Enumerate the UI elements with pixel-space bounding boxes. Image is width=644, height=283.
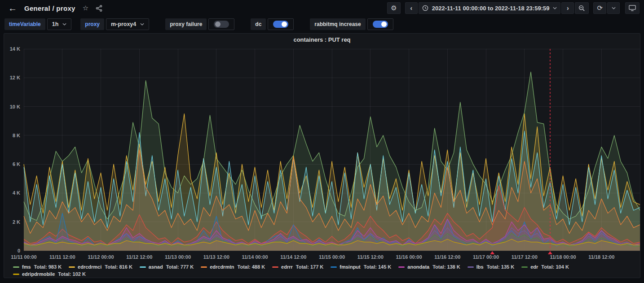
svg-text:11/17 00:00: 11/17 00:00 <box>473 254 499 260</box>
panel-title[interactable]: containers : PUT req <box>4 36 640 43</box>
svg-text:11/13 12:00: 11/13 12:00 <box>203 254 229 260</box>
legend-swatch-icon <box>468 266 474 268</box>
chart-legend: fmsTotal: 983 KedrcdrmciTotal: 816 Kasna… <box>4 263 640 278</box>
legend-item-fmsinput[interactable]: fmsinputTotal: 145 K <box>331 264 391 270</box>
chevron-down-icon <box>140 23 144 26</box>
legend-series-name: edrcdrmci <box>78 264 101 270</box>
legend-series-name: lbs <box>476 264 484 270</box>
chevron-down-icon <box>553 7 557 9</box>
grafana-dashboard: ← General / proxy ☆ ⚙ ‹ 2022-11-11 00:00… <box>0 0 644 283</box>
legend-swatch-icon <box>331 266 337 268</box>
timevariable-value: 1h <box>52 21 59 27</box>
legend-series-name: edrcdrmtn <box>210 264 234 270</box>
legend-series-total: Total: 816 K <box>105 264 132 270</box>
dashboard-settings-button[interactable]: ⚙ <box>387 2 400 14</box>
legend-series-name: anondata <box>407 264 429 270</box>
legend-swatch-icon <box>521 266 528 268</box>
legend-series-name: fmsinput <box>340 264 360 270</box>
legend-item-edrrr[interactable]: edrrrTotal: 177 K <box>272 264 323 270</box>
legend-series-name: edr <box>530 264 538 270</box>
time-shift-forward-button[interactable]: › <box>561 2 574 14</box>
legend-series-name: edrrr <box>281 264 293 270</box>
svg-text:11/14 00:00: 11/14 00:00 <box>242 254 268 260</box>
back-arrow-icon[interactable]: ← <box>8 3 17 13</box>
legend-swatch-icon <box>13 274 19 275</box>
time-shift-back-button[interactable]: ‹ <box>405 2 418 14</box>
variable-label-proxy: proxy <box>80 18 104 30</box>
legend-swatch-icon <box>398 266 405 268</box>
svg-text:6 K: 6 K <box>13 161 20 167</box>
legend-series-total: Total: 488 K <box>238 264 265 270</box>
refresh-interval-dropdown[interactable] <box>607 2 620 14</box>
svg-text:14 K: 14 K <box>10 46 20 52</box>
star-icon[interactable]: ☆ <box>83 4 88 12</box>
svg-text:11/12 00:00: 11/12 00:00 <box>88 254 114 260</box>
legend-item-anondata[interactable]: anondataTotal: 138 K <box>398 264 460 270</box>
legend-item-edrcdrmci[interactable]: edrcdrmciTotal: 816 K <box>69 264 132 270</box>
variable-label-rabbitmq-increase: rabbitmq increase <box>310 18 365 30</box>
proxy-failure-toggle[interactable] <box>208 18 234 30</box>
proxy-failure-switch <box>214 21 229 28</box>
legend-series-total: Total: 177 K <box>296 264 324 270</box>
timevariable-select[interactable]: 1h <box>47 18 72 30</box>
legend-item-asnad[interactable]: asnadTotal: 777 K <box>140 264 194 270</box>
svg-text:11/18 12:00: 11/18 12:00 <box>588 254 614 260</box>
proxy-value: m-proxy4 <box>111 21 136 27</box>
svg-text:12 K: 12 K <box>10 75 20 80</box>
timeseries-panel: containers : PUT req 02 K4 K6 K8 K10 K12… <box>4 33 640 278</box>
time-range-text: 2022-11-11 00:00:00 to 2022-11-18 23:59:… <box>432 5 550 12</box>
svg-text:11/13 00:00: 11/13 00:00 <box>165 254 191 260</box>
legend-series-name: edripdrmobile <box>22 271 55 278</box>
zoom-out-button[interactable] <box>575 2 589 14</box>
kiosk-mode-button[interactable] <box>625 2 640 14</box>
top-navbar: ← General / proxy ☆ ⚙ ‹ 2022-11-11 00:00… <box>0 0 644 16</box>
svg-text:0: 0 <box>18 248 20 253</box>
legend-item-fms[interactable]: fmsTotal: 983 K <box>13 264 62 270</box>
svg-text:11/11 00:00: 11/11 00:00 <box>11 254 37 260</box>
svg-text:2 K: 2 K <box>13 219 20 225</box>
svg-text:11/17 12:00: 11/17 12:00 <box>512 254 538 260</box>
legend-swatch-icon <box>140 266 146 268</box>
dc-switch <box>273 21 288 28</box>
dashboard-breadcrumb[interactable]: General / proxy <box>24 4 75 12</box>
share-icon[interactable] <box>96 5 102 12</box>
legend-item-edripdrmobile[interactable]: edripdrmobileTotal: 102 K <box>13 271 86 278</box>
svg-text:11/11 12:00: 11/11 12:00 <box>49 254 75 260</box>
refresh-button[interactable]: ⟳ <box>593 2 606 14</box>
legend-series-total: Total: 102 K <box>58 271 86 278</box>
legend-series-total: Total: 983 K <box>34 264 62 270</box>
legend-swatch-icon <box>69 266 75 268</box>
legend-series-name: fms <box>22 264 31 270</box>
svg-text:11/15 00:00: 11/15 00:00 <box>319 254 345 260</box>
variables-row: timeVariable 1h proxy m-proxy4 proxy fai… <box>0 16 644 32</box>
svg-text:4 K: 4 K <box>13 190 20 196</box>
legend-series-total: Total: 777 K <box>166 264 194 270</box>
variable-label-timevariable: timeVariable <box>4 18 45 30</box>
legend-swatch-icon <box>13 266 19 268</box>
chevron-down-icon <box>612 7 616 9</box>
legend-swatch-icon <box>201 266 207 268</box>
svg-text:10 K: 10 K <box>10 104 20 109</box>
svg-text:11/16 12:00: 11/16 12:00 <box>434 254 460 260</box>
svg-text:11/15 12:00: 11/15 12:00 <box>357 254 384 260</box>
legend-item-edrcdrmtn[interactable]: edrcdrmtnTotal: 488 K <box>201 264 265 270</box>
svg-text:8 K: 8 K <box>13 133 20 138</box>
variable-label-dc: dc <box>251 18 266 30</box>
svg-text:11/16 00:00: 11/16 00:00 <box>396 254 422 260</box>
chevron-down-icon <box>62 23 66 26</box>
legend-series-name: asnad <box>149 264 163 270</box>
legend-series-total: Total: 104 K <box>541 264 569 270</box>
time-range-picker[interactable]: 2022-11-11 00:00:00 to 2022-11-18 23:59:… <box>419 2 561 14</box>
rabbitmq-increase-toggle[interactable] <box>367 18 393 30</box>
legend-swatch-icon <box>272 266 278 268</box>
svg-text:11/14 12:00: 11/14 12:00 <box>280 254 306 260</box>
dc-toggle[interactable] <box>268 18 294 30</box>
legend-series-total: Total: 135 K <box>487 264 515 270</box>
proxy-select[interactable]: m-proxy4 <box>106 18 149 30</box>
legend-item-lbs[interactable]: lbsTotal: 135 K <box>468 264 514 270</box>
variable-label-proxy-failure: proxy failure <box>165 18 207 30</box>
timeseries-chart[interactable]: 02 K4 K6 K8 K10 K12 K14 K11/11 00:0011/1… <box>4 44 640 261</box>
legend-series-total: Total: 138 K <box>432 264 460 270</box>
legend-item-edr[interactable]: edrTotal: 104 K <box>521 264 569 270</box>
svg-text:11/12 12:00: 11/12 12:00 <box>126 254 152 260</box>
